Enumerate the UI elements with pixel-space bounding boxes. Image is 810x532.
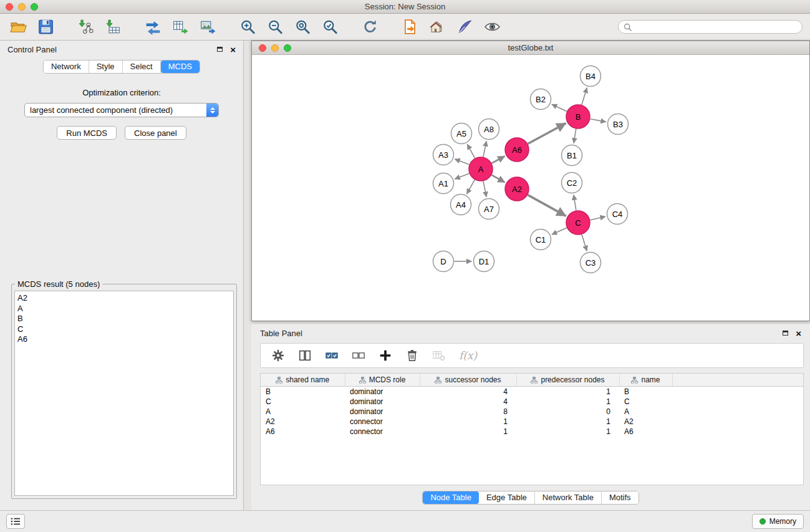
table-tab-edge-table[interactable]: Edge Table xyxy=(479,491,535,504)
cell-shared-name[interactable]: B xyxy=(261,387,345,397)
cell-name[interactable]: A xyxy=(619,407,672,417)
network-close-button[interactable] xyxy=(259,44,266,52)
network-zoom-button[interactable] xyxy=(284,44,291,52)
graph-edge-c-c2[interactable] xyxy=(574,195,576,210)
export-image-button[interactable] xyxy=(196,16,219,38)
table-panel-float-icon[interactable] xyxy=(783,331,788,336)
cell-successor-nodes[interactable]: 4 xyxy=(420,397,516,407)
graph-node-d[interactable]: D xyxy=(433,251,454,272)
graph-node-c1[interactable]: C1 xyxy=(531,230,551,250)
mcds-result-list[interactable]: A2ABCA6 xyxy=(14,291,234,496)
control-tab-network[interactable]: Network xyxy=(44,60,89,73)
graph-edge-b-b2[interactable] xyxy=(552,104,567,111)
graph-edge-a-a6[interactable] xyxy=(492,156,505,163)
control-tab-style[interactable]: Style xyxy=(89,60,123,73)
graph-edge-c-c4[interactable] xyxy=(591,216,606,220)
graph-node-b3[interactable]: B3 xyxy=(608,114,629,135)
column-settings-button[interactable] xyxy=(271,349,285,362)
graph-node-a8[interactable]: A8 xyxy=(479,119,499,140)
import-network-button[interactable] xyxy=(74,16,97,38)
vizmap-button[interactable] xyxy=(453,16,476,38)
graph-edge-a-a1[interactable] xyxy=(455,173,469,179)
graph-node-a2[interactable]: A2 xyxy=(505,177,529,201)
mcds-result-item[interactable]: A xyxy=(17,304,231,314)
graph-edge-a-a5[interactable] xyxy=(467,144,475,158)
column-header-successor-nodes[interactable]: successor nodes xyxy=(420,374,516,387)
cell-successor-nodes[interactable]: 1 xyxy=(420,417,516,427)
cell-predecessor-nodes[interactable]: 1 xyxy=(516,397,619,407)
control-panel-close-icon[interactable]: × xyxy=(230,45,236,54)
cell-predecessor-nodes[interactable]: 1 xyxy=(516,387,619,397)
task-history-button[interactable] xyxy=(6,514,25,529)
table-row[interactable]: Cdominator41C xyxy=(261,397,803,407)
unselect-all-columns-button[interactable] xyxy=(352,349,365,362)
delete-columns-button[interactable] xyxy=(405,349,419,362)
graph-node-b[interactable]: B xyxy=(566,105,590,128)
close-panel-button[interactable]: Close panel xyxy=(125,126,186,140)
table-row[interactable]: A6connector11A6 xyxy=(261,427,803,437)
graph-node-c2[interactable]: C2 xyxy=(562,173,582,193)
cell-predecessor-nodes[interactable]: 0 xyxy=(516,407,619,417)
minimize-window-button[interactable] xyxy=(18,3,26,11)
cell-name[interactable]: C xyxy=(619,397,672,407)
zoom-window-button[interactable] xyxy=(31,3,38,11)
import-url-button[interactable] xyxy=(398,16,422,38)
graph-edge-a-a3[interactable] xyxy=(455,159,469,165)
graph-node-c3[interactable]: C3 xyxy=(581,253,601,273)
zoom-out-button[interactable] xyxy=(263,16,287,38)
home-button[interactable] xyxy=(425,16,449,38)
refresh-button[interactable] xyxy=(358,16,382,38)
graph-edge-a2-c[interactable] xyxy=(528,195,566,216)
table-row[interactable]: Bdominator41B xyxy=(261,387,803,397)
graph-node-c4[interactable]: C4 xyxy=(607,204,628,225)
graph-edge-a-a8[interactable] xyxy=(483,141,486,157)
show-details-button[interactable] xyxy=(480,16,504,38)
mcds-result-item[interactable]: A2 xyxy=(17,293,231,304)
graph-node-b2[interactable]: B2 xyxy=(531,89,551,110)
table-panel-close-icon[interactable]: × xyxy=(796,329,801,338)
graph-node-a1[interactable]: A1 xyxy=(433,173,454,194)
cell-MCDS-role[interactable]: connector xyxy=(345,427,420,437)
table-tab-motifs[interactable]: Motifs xyxy=(602,491,639,504)
create-column-button[interactable] xyxy=(378,349,392,362)
cell-predecessor-nodes[interactable]: 1 xyxy=(516,417,619,427)
cell-name[interactable]: B xyxy=(619,387,672,397)
table-tab-network-table[interactable]: Network Table xyxy=(535,491,602,504)
graph-edge-a-a2[interactable] xyxy=(492,175,505,183)
run-mcds-button[interactable]: Run MCDS xyxy=(57,126,117,140)
zoom-in-button[interactable] xyxy=(236,16,259,38)
zoom-selected-button[interactable] xyxy=(318,16,342,38)
graph-node-b1[interactable]: B1 xyxy=(562,145,582,166)
column-header-name[interactable]: name xyxy=(619,374,672,387)
network-canvas[interactable]: B4B2BB3A5A8A6B1A3AA1C2A2A4A7C4CC1C3DD1 xyxy=(252,55,809,321)
control-tab-mcds[interactable]: MCDS xyxy=(161,60,200,73)
graph-edge-a-a7[interactable] xyxy=(483,181,486,197)
graph-edge-b-b4[interactable] xyxy=(582,88,587,105)
graph-edge-a6-b[interactable] xyxy=(528,123,566,144)
column-header-shared-name[interactable]: shared name xyxy=(261,374,345,387)
memory-button[interactable]: Memory xyxy=(752,514,804,529)
graph-edge-c-c3[interactable] xyxy=(582,235,587,251)
export-network-button[interactable] xyxy=(141,16,165,38)
mcds-result-item[interactable]: B xyxy=(17,314,231,324)
cell-successor-nodes[interactable]: 8 xyxy=(420,407,516,417)
toggle-panel-layout-button[interactable] xyxy=(298,349,312,362)
table-tab-node-table[interactable]: Node Table xyxy=(423,491,479,504)
save-session-button[interactable] xyxy=(34,16,57,38)
mcds-result-item[interactable]: C xyxy=(17,324,231,335)
graph-edge-b-b1[interactable] xyxy=(574,129,576,143)
graph-edge-c-c1[interactable] xyxy=(552,228,567,235)
graph-node-a4[interactable]: A4 xyxy=(451,195,471,215)
cell-name[interactable]: A6 xyxy=(619,427,672,437)
optimization-criterion-dropdown[interactable]: largest connected component (directed) xyxy=(24,103,219,117)
column-header-predecessor-nodes[interactable]: predecessor nodes xyxy=(516,374,619,387)
search-box[interactable] xyxy=(618,20,803,34)
cell-name[interactable]: A2 xyxy=(619,417,672,427)
cell-successor-nodes[interactable]: 4 xyxy=(420,387,516,397)
control-panel-float-icon[interactable] xyxy=(217,47,223,52)
cell-shared-name[interactable]: C xyxy=(261,397,345,407)
import-table-button[interactable] xyxy=(101,16,125,38)
network-minimize-button[interactable] xyxy=(271,44,279,52)
cell-shared-name[interactable]: A xyxy=(261,407,345,417)
cell-shared-name[interactable]: A6 xyxy=(261,427,345,437)
